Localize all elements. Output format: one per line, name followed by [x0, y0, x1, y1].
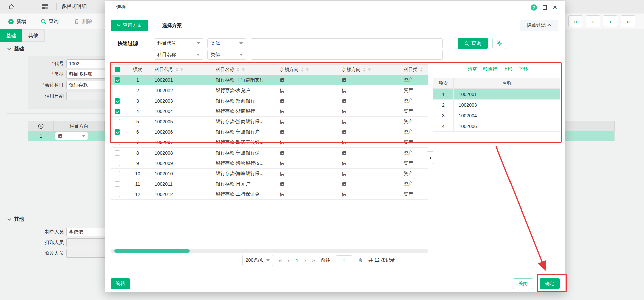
table-row[interactable]: 9 1002009 银行存款-海峡银行按... 借 借 资产 [111, 158, 428, 169]
sort-icon[interactable] [363, 68, 366, 72]
sort-icon[interactable] [301, 68, 304, 72]
filter-icon[interactable] [241, 68, 245, 72]
row-checkbox[interactable] [115, 119, 120, 124]
direction-select[interactable]: 借 [55, 132, 88, 140]
selected-row[interactable]: 2 1002003 [433, 100, 560, 110]
open-tab-title[interactable]: 多栏式明细 [61, 3, 87, 10]
chevron-down-icon [7, 48, 11, 50]
close-button[interactable]: 关闭 [513, 278, 533, 289]
panel-action-link[interactable]: 清空 [468, 66, 477, 72]
scrollbar-thumb[interactable] [114, 249, 190, 253]
section-other[interactable]: 其他 [7, 216, 24, 222]
add-row-button[interactable] [28, 121, 54, 131]
filter-field-select-1[interactable]: 科目代号 [154, 38, 203, 48]
table-row[interactable]: 1 1002001 银行存款-工行昆阳支行 借 借 资产 [111, 75, 428, 85]
selected-row[interactable]: 3 1002004 [433, 110, 560, 121]
filter-operator-select-2[interactable]: 类似 [207, 50, 246, 60]
query-button-toolbar[interactable]: 查询 [41, 18, 59, 25]
filter-icon[interactable] [180, 68, 184, 72]
table-row[interactable]: 10 1002010 银行存款-海峡银行保... 借 借 资产 [111, 169, 428, 179]
row-checkbox[interactable] [115, 129, 120, 135]
select-plan-tab[interactable]: 选择方案 [162, 22, 182, 29]
select-all-checkbox[interactable] [115, 67, 120, 72]
home-icon[interactable] [5, 0, 18, 13]
horizontal-scrollbar[interactable] [111, 249, 428, 253]
row-checkbox[interactable] [115, 109, 120, 114]
cell-category: 资产 [400, 127, 428, 137]
close-icon[interactable]: ✕ [553, 5, 557, 10]
maximize-icon[interactable] [543, 5, 547, 10]
table-row[interactable]: 8 1002008 银行存款-宁波银行保... 借 借 资产 [111, 148, 428, 158]
tab-other[interactable]: 其他 [22, 29, 45, 42]
row-checkbox[interactable] [115, 98, 120, 104]
row-checkbox[interactable] [115, 171, 120, 176]
apps-grid-icon[interactable] [38, 0, 52, 13]
col-header-direction-1[interactable]: 余额方向 [276, 65, 338, 75]
row-checkbox[interactable] [115, 77, 120, 83]
first-record-button[interactable]: « [568, 15, 583, 27]
filter-field-select-2[interactable]: 科目名称 [154, 50, 203, 60]
tab-basic[interactable]: 基础 [0, 29, 22, 42]
panel-action-link[interactable]: 移除行 [483, 66, 497, 72]
selected-row[interactable]: 1 1002001 [433, 89, 560, 100]
first-page-button[interactable]: « [279, 257, 282, 263]
goto-page-input[interactable] [336, 255, 352, 265]
col-header-index[interactable]: 项次 [124, 65, 151, 75]
sort-icon[interactable] [237, 68, 239, 72]
col-header-name[interactable]: 科目名称 [212, 65, 276, 75]
hide-filter-button[interactable]: 隐藏过滤 [520, 20, 558, 31]
filter-value-input-2[interactable] [251, 50, 443, 60]
table-row[interactable]: 7 1002007 银行存款-欧诺宁波银... 借 借 资产 [111, 137, 428, 148]
next-record-button[interactable]: › [603, 15, 618, 27]
expand-panel-button[interactable]: › [427, 151, 434, 164]
help-icon[interactable]: ? [531, 4, 537, 11]
col-header-direction-2[interactable]: 余额方向 [338, 65, 400, 75]
last-record-button[interactable]: » [621, 15, 635, 27]
table-row[interactable]: 12 1002012 银行存款-工行保证金 借 借 资产 [111, 189, 428, 200]
trash-icon [74, 19, 79, 24]
query-plan-button[interactable]: ✂ 查询方案 [111, 20, 148, 31]
table-row[interactable]: 2 1002002 银行存款-承兑户 借 借 资产 [111, 85, 428, 96]
filter-icon[interactable] [367, 68, 371, 72]
prev-page-button[interactable]: ‹ [288, 257, 290, 263]
prev-record-button[interactable]: ‹ [586, 15, 600, 27]
current-page[interactable]: 1 [296, 258, 298, 263]
add-button[interactable]: 新增 [8, 18, 26, 25]
next-page-button[interactable]: › [304, 257, 306, 263]
table-row[interactable]: 6 1002006 银行存款-宁波银行户 借 借 资产 [111, 127, 428, 137]
sort-icon[interactable] [420, 68, 423, 72]
col-header-code[interactable]: 科目代号 [151, 65, 212, 75]
section-basic[interactable]: 基础 [7, 46, 24, 52]
row-checkbox[interactable] [115, 150, 120, 156]
cell-category: 资产 [400, 117, 428, 127]
table-row[interactable]: 3 1002003 银行存款-招商银行 借 借 资产 [111, 96, 428, 106]
filter-value-input-1[interactable] [251, 38, 443, 48]
row-checkbox[interactable] [115, 181, 120, 187]
settings-button[interactable] [492, 38, 506, 49]
cell-direction-1: 借 [276, 106, 338, 117]
panel-action-link[interactable]: 下移 [519, 66, 528, 72]
table-row[interactable]: 4 1002004 银行存款-浙商银行 借 借 资产 [111, 106, 428, 117]
cell-category: 资产 [400, 179, 428, 189]
query-button[interactable]: 查询 [458, 38, 488, 49]
delete-button[interactable]: 删除 [74, 18, 92, 25]
page-size-select[interactable]: 200条/页 [242, 255, 273, 266]
cell-code: 1002006 [151, 127, 212, 137]
sort-icon[interactable] [176, 68, 178, 72]
row-checkbox[interactable] [115, 161, 120, 166]
row-checkbox[interactable] [115, 192, 120, 197]
row-checkbox[interactable] [115, 140, 120, 145]
col-header-category[interactable]: 科目类 [400, 65, 428, 75]
edit-button[interactable]: 编辑 [111, 278, 130, 289]
table-row[interactable]: 5 1002005 银行存款-浙商银行保... 借 借 资产 [111, 117, 428, 127]
last-page-button[interactable]: » [312, 257, 315, 263]
cell-name: 银行存款-浙商银行保... [212, 117, 276, 127]
table-row[interactable]: 11 1002011 银行存款-日元户 借 借 资产 [111, 179, 428, 189]
ok-button[interactable]: 确定 [540, 278, 560, 289]
cell-index: 3 [124, 96, 151, 106]
filter-icon[interactable] [305, 68, 309, 72]
filter-operator-select-1[interactable]: 类似 [207, 38, 246, 48]
row-checkbox[interactable] [115, 88, 120, 93]
panel-action-link[interactable]: 上移 [503, 66, 513, 72]
selected-row[interactable]: 4 1002006 [433, 121, 560, 132]
